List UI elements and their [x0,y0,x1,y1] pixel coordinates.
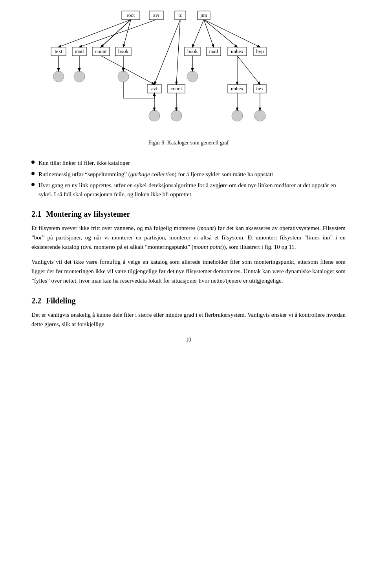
figure-caption: Figur 9: Kataloger som generell graf [148,140,229,146]
svg-text:avi: avi [153,12,159,18]
section-2-2-para-1: Det er vanligvis ønskelig å kunne dele f… [31,310,346,329]
svg-point-39 [254,110,265,121]
page: root avi tc jim text mail count book [0,0,377,588]
svg-line-47 [59,20,131,47]
bullet-text: Rutinemessig utfør “søppeltømming” (garb… [38,170,273,179]
svg-line-48 [123,20,131,47]
section-2-1-para-2: Vanligvis vil det ikke være fornuftig å … [31,257,346,285]
svg-text:jim: jim [200,12,207,18]
svg-text:root: root [127,12,135,18]
svg-text:hyp: hyp [256,48,264,54]
svg-text:count: count [171,86,182,91]
bullet-dot [31,172,35,175]
svg-point-37 [171,110,182,121]
list-item: Kun tillat linker til filer, ikke katalo… [31,159,346,168]
svg-point-32 [53,71,64,82]
svg-text:text: text [55,48,62,54]
diagram-container: root avi tc jim text mail count book [31,0,346,159]
svg-point-35 [187,71,198,82]
graph-diagram: root avi tc jim text mail count book [35,4,342,137]
svg-text:mail: mail [75,48,84,54]
page-number: 10 [31,337,346,343]
svg-line-43 [192,20,204,47]
bullet-text: Kun tillat linker til filer, ikke katalo… [38,159,130,168]
list-item: Rutinemessig utfør “søppeltømming” (garb… [31,170,346,179]
svg-line-57 [237,56,260,84]
section-2-1-heading: 2.1 Montering av filsystemer [31,210,346,219]
svg-line-42 [154,20,180,84]
svg-line-55 [176,20,180,84]
bullet-list: Kun tillat linker til filer, ikke katalo… [31,159,346,199]
section-2-2-heading: 2.2 Fildeling [31,296,346,305]
svg-text:hex: hex [256,86,264,91]
bullet-dot [31,161,35,164]
bullet-text: Hver gang en ny link opprettes, utfør en… [38,181,346,199]
list-item: Hver gang en ny link opprettes, utfør en… [31,181,346,199]
svg-text:count: count [95,48,107,54]
svg-point-38 [232,110,243,121]
svg-text:avi: avi [151,86,157,91]
bullet-dot [31,183,35,186]
svg-text:unhex: unhex [231,48,243,54]
svg-text:unhex: unhex [231,86,243,91]
svg-point-34 [118,71,129,82]
svg-text:book: book [187,48,198,54]
svg-line-41 [79,20,156,47]
svg-point-33 [74,71,85,82]
section-2-1-para-1: Et filsystem svever ikke fritt over vann… [31,223,346,252]
svg-line-49 [101,20,131,47]
svg-text:mail: mail [209,48,218,54]
svg-point-36 [149,110,160,121]
svg-text:tc: tc [178,12,182,18]
svg-text:book: book [118,48,129,54]
